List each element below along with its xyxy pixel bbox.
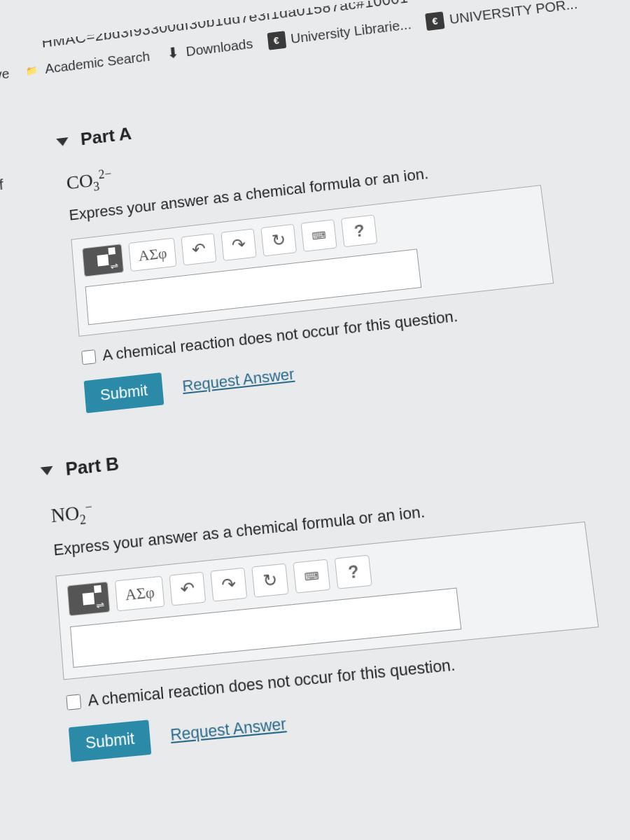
template-button[interactable] <box>67 581 111 616</box>
template-button[interactable] <box>82 244 124 276</box>
part-b-section: Part B NO2− Express your answer as a che… <box>40 396 630 762</box>
redo-button[interactable]: ↷ <box>211 567 248 601</box>
collapse-caret-icon[interactable] <box>56 137 69 146</box>
sidebar-text-2: n of <box>0 176 4 196</box>
bookmark-drive[interactable]: le Drive <box>0 66 10 86</box>
part-b-title: Part B <box>65 453 120 481</box>
undo-button[interactable]: ↶ <box>169 571 206 606</box>
europeana-icon: € <box>267 31 286 50</box>
bookmark-portal-label: UNIVERSITY POR... <box>449 0 578 27</box>
greek-symbols-button[interactable]: ΑΣφ <box>115 575 165 611</box>
bookmark-portal[interactable]: € UNIVERSITY POR... <box>425 0 578 31</box>
bookmark-downloads[interactable]: ⬇ Downloads <box>164 36 253 62</box>
part-a-title: Part A <box>80 123 132 150</box>
part-a-submit-button[interactable]: Submit <box>84 372 164 413</box>
part-a-request-answer-link[interactable]: Request Answer <box>181 365 295 396</box>
europeana-icon: € <box>425 11 444 31</box>
bookmark-libraries-label: University Librarie... <box>290 17 412 47</box>
part-b-request-answer-link[interactable]: Request Answer <box>169 714 287 745</box>
part-a-section: Part A CO32− Express your answer as a ch… <box>55 67 630 414</box>
collapse-caret-icon[interactable] <box>41 466 54 476</box>
help-button[interactable]: ? <box>335 554 372 589</box>
undo-button[interactable]: ↶ <box>181 233 217 265</box>
keyboard-button[interactable]: ⌨ <box>301 219 337 252</box>
reset-button[interactable]: ↻ <box>252 563 289 597</box>
bookmark-academic-label: Academic Search <box>45 48 150 76</box>
sidebar-fragment: ng n of <box>0 125 4 196</box>
keyboard-button[interactable]: ⌨ <box>293 559 331 593</box>
bookmark-downloads-label: Downloads <box>186 36 253 59</box>
bookmark-academic[interactable]: 📁 Academic Search <box>23 48 150 79</box>
folder-icon: 📁 <box>23 62 41 79</box>
download-icon: ⬇ <box>164 44 181 62</box>
part-b-no-reaction-checkbox[interactable] <box>66 694 81 710</box>
part-a-no-reaction-checkbox[interactable] <box>81 349 96 365</box>
part-b-submit-button[interactable]: Submit <box>69 720 152 762</box>
reset-button[interactable]: ↻ <box>261 224 298 257</box>
greek-symbols-button[interactable]: ΑΣφ <box>128 237 177 272</box>
help-button[interactable]: ? <box>341 214 377 247</box>
bookmark-drive-label: le Drive <box>0 66 10 86</box>
redo-button[interactable]: ↷ <box>221 228 257 261</box>
